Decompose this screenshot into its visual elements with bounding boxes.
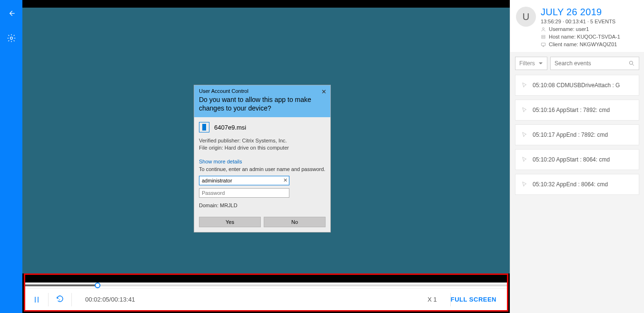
player-black-strip [25, 275, 507, 283]
svg-text:7: 7 [59, 299, 60, 302]
event-item[interactable]: 05:10:08 CDMUSBDriveAttach : G [515, 75, 639, 96]
svg-point-8 [629, 61, 633, 64]
monitor-icon [541, 42, 546, 47]
chevron-down-icon [538, 61, 543, 66]
cursor-icon [521, 156, 528, 163]
seek-bar[interactable] [25, 283, 507, 288]
cursor-icon [521, 107, 528, 113]
speed-display[interactable]: X 1 [427, 296, 437, 303]
server-icon [541, 34, 546, 40]
uac-origin: File origin: Hard drive on this computer [199, 144, 326, 151]
uac-username-input[interactable] [199, 176, 289, 185]
session-subtitle: 13:56:29 · 00:13:41 · 5 EVENTS [541, 19, 638, 24]
main-column: ✕ User Account Control Do you want to al… [22, 0, 510, 313]
session-hostname: Host name: KUQOC-TSVDA-1 [541, 34, 638, 40]
top-black-bar [22, 0, 510, 8]
clear-icon[interactable]: ✕ [283, 177, 287, 183]
skip-back-button[interactable]: 7 [49, 295, 71, 304]
cursor-icon [521, 131, 528, 138]
svg-line-9 [633, 64, 634, 66]
uac-no-button[interactable]: No [264, 217, 326, 227]
svg-point-0 [10, 37, 12, 40]
search-input[interactable] [555, 60, 628, 67]
uac-dialog: ✕ User Account Control Do you want to al… [194, 85, 331, 232]
seek-knob[interactable] [95, 283, 100, 288]
close-icon[interactable]: ✕ [321, 88, 327, 95]
cursor-icon [521, 82, 528, 89]
uac-filename: 6407e9.msi [214, 124, 246, 131]
uac-password-input[interactable] [199, 188, 289, 198]
uac-yes-button[interactable]: Yes [199, 217, 261, 227]
event-list: 05:10:08 CDMUSBDriveAttach : G05:10:16 A… [510, 75, 644, 313]
session-clientname: Client name: NKGWYAQIZ01 [541, 41, 638, 47]
pause-button[interactable] [25, 295, 48, 304]
event-item[interactable]: 05:10:20 AppStart : 8064: cmd [515, 149, 639, 170]
back-icon[interactable] [7, 9, 16, 20]
event-item[interactable]: 05:10:32 AppEnd : 8064: cmd [515, 174, 639, 195]
uac-title: User Account Control [199, 88, 326, 94]
svg-point-4 [543, 27, 545, 29]
user-icon [541, 27, 546, 32]
svg-rect-7 [541, 43, 545, 46]
player-bar: 7 00:02:05/00:13:41 X 1 FULL SCREEN [24, 273, 508, 312]
gear-icon[interactable] [7, 33, 16, 45]
cursor-icon [521, 181, 528, 188]
uac-domain: Domain: MRJLD [199, 202, 326, 208]
installer-icon [199, 122, 209, 132]
session-date: JULY 26 2019 [541, 7, 638, 18]
side-panel: U JULY 26 2019 13:56:29 · 00:13:41 · 5 E… [510, 0, 644, 313]
recording-viewport: ✕ User Account Control Do you want to al… [22, 8, 510, 273]
uac-more-details-link[interactable]: Show more details [199, 159, 326, 164]
time-display: 00:02:05/00:13:41 [85, 296, 135, 303]
avatar: U [516, 7, 536, 27]
uac-publisher: Verified publisher: Citrix Systems, Inc. [199, 137, 326, 144]
search-icon[interactable] [628, 60, 635, 67]
event-item[interactable]: 05:10:17 AppEnd : 7892: cmd [515, 124, 639, 145]
svg-rect-5 [542, 35, 545, 37]
uac-question: Do you want to allow this app to make ch… [199, 96, 326, 112]
session-username: Username: user1 [541, 26, 638, 32]
uac-header: ✕ User Account Control Do you want to al… [194, 85, 330, 117]
fullscreen-button[interactable]: FULL SCREEN [451, 296, 496, 303]
svg-rect-6 [542, 37, 545, 38]
event-item[interactable]: 05:10:16 AppStart : 7892: cmd [515, 100, 639, 121]
left-rail [0, 0, 22, 313]
filters-dropdown[interactable]: Filters [515, 57, 547, 70]
search-input-wrap [550, 57, 639, 70]
uac-continue-text: To continue, enter an admin user name an… [199, 166, 326, 172]
